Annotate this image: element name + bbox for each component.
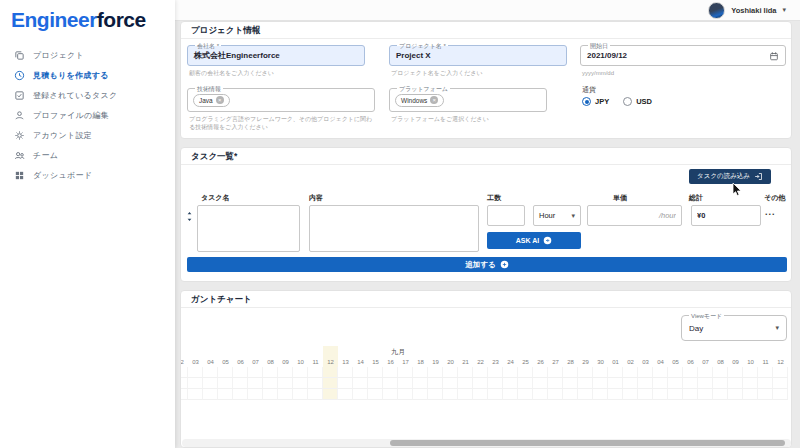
gantt-grid-cell xyxy=(683,367,698,378)
gantt-date-label: 11 xyxy=(758,357,773,367)
project-name-field[interactable]: プロジェクト名 * Project X xyxy=(389,45,567,66)
gantt-date-label: 06 xyxy=(233,357,248,367)
gantt-date-label: 12 xyxy=(323,357,338,367)
gantt-grid-cell xyxy=(578,367,593,378)
gantt-column: 09 xyxy=(728,346,743,400)
gantt-grid-cell xyxy=(188,389,203,400)
gantt-month-space xyxy=(563,346,578,357)
gantt-column: 25 xyxy=(518,346,533,400)
gantt-month-space xyxy=(203,346,218,357)
add-task-button[interactable]: 追加する xyxy=(187,257,787,272)
sidebar-item-4[interactable]: アカウント設定 xyxy=(0,125,175,145)
gantt-column: 15 xyxy=(368,346,383,400)
user-name[interactable]: Yoshiaki Iida xyxy=(731,6,776,15)
user-avatar[interactable] xyxy=(708,2,725,19)
platform-chip-remove-icon[interactable]: × xyxy=(430,96,438,104)
gantt-grid-cell xyxy=(428,378,443,389)
gantt-date-label: 11 xyxy=(308,357,323,367)
gantt-grid-cell xyxy=(638,378,653,389)
radio-jpy[interactable]: JPY xyxy=(582,97,609,106)
start-date-value: 2021/09/12 xyxy=(587,51,627,60)
view-mode-select[interactable]: Viewモード Day ▾ xyxy=(681,315,787,341)
sidebar-item-5[interactable]: チーム xyxy=(0,145,175,165)
column-header-description: 内容 xyxy=(309,193,323,203)
ask-ai-button[interactable]: ASK AI xyxy=(487,232,581,249)
account-settings-icon xyxy=(14,130,25,141)
tech-chip[interactable]: Java × xyxy=(193,94,230,107)
tech-info-label: 技術情報 xyxy=(195,85,223,93)
gantt-grid-cell xyxy=(428,389,443,400)
gantt-column: 23 xyxy=(488,346,503,400)
tech-info-field[interactable]: 技術情報 Java × xyxy=(187,88,375,112)
gantt-grid-cell xyxy=(728,367,743,378)
calendar-icon[interactable] xyxy=(769,47,779,65)
column-header-effort: 工数 xyxy=(487,193,501,203)
gantt-month-space xyxy=(548,346,563,357)
sidebar-item-6[interactable]: ダッシュボード xyxy=(0,165,175,185)
gantt-scrollbar[interactable] xyxy=(182,439,791,447)
gantt-timeline[interactable]: 0203040506070809101112131415161718192021… xyxy=(181,346,791,400)
gantt-grid-cell xyxy=(623,378,638,389)
tech-chip-remove-icon[interactable]: × xyxy=(216,96,224,104)
sidebar-item-label: 見積もりを作成する xyxy=(33,70,109,81)
gantt-grid-cell xyxy=(488,389,503,400)
radio-usd[interactable]: USD xyxy=(623,97,652,106)
gantt-column: 13 xyxy=(338,346,353,400)
sidebar-nav: プロジェクト見積もりを作成する登録されているタスクプロファイルの編集アカウント設… xyxy=(0,45,175,185)
gantt-date-label: 10 xyxy=(743,357,758,367)
gantt-grid-cell xyxy=(263,367,278,378)
project-name-value: Project X xyxy=(396,51,431,60)
gantt-scrollbar-thumb[interactable] xyxy=(390,440,785,446)
company-name-field[interactable]: 会社名 * 株式会社Engineerforce xyxy=(187,45,365,66)
radio-usd-dot-icon xyxy=(623,97,632,106)
row-drag-handle[interactable] xyxy=(185,208,195,226)
gantt-date-label: 24 xyxy=(503,357,518,367)
gantt-grid-cell xyxy=(458,378,473,389)
start-date-helper: yyyy/mm/dd xyxy=(582,69,614,77)
platform-chip[interactable]: Windows × xyxy=(395,94,444,107)
sidebar-item-label: プロファイルの編集 xyxy=(33,110,109,121)
gantt-date-label: 22 xyxy=(473,357,488,367)
gantt-grid-cell xyxy=(233,367,248,378)
gantt-grid-cell xyxy=(533,389,548,400)
gantt-column: 11 xyxy=(758,346,773,400)
gantt-grid-cell xyxy=(368,367,383,378)
gantt-column: 10 xyxy=(293,346,308,400)
gantt-grid-cell xyxy=(308,389,323,400)
effort-unit-select[interactable]: Hour ▾ xyxy=(533,205,581,226)
gantt-grid-cell xyxy=(743,389,758,400)
gantt-date-label: 15 xyxy=(368,357,383,367)
total-input[interactable] xyxy=(691,205,761,226)
gantt-date-label: 17 xyxy=(398,357,413,367)
gantt-grid-cell xyxy=(758,367,773,378)
gantt-column: 24 xyxy=(503,346,518,400)
platform-field[interactable]: プラットフォーム Windows × xyxy=(389,88,547,112)
projects-icon xyxy=(14,50,25,61)
gantt-grid-cell xyxy=(428,367,443,378)
app-logo[interactable]: Engineerforce xyxy=(0,0,175,32)
row-more-menu[interactable]: ... xyxy=(765,207,776,217)
gantt-grid-cell xyxy=(233,389,248,400)
start-date-field[interactable]: 開始日 2021/09/12 xyxy=(580,45,786,66)
user-menu-caret-icon[interactable]: ▾ xyxy=(782,6,786,14)
gantt-grid-cell xyxy=(323,378,338,389)
task-description-input[interactable] xyxy=(309,205,479,252)
unit-price-input[interactable] xyxy=(587,205,682,226)
gantt-grid-cell xyxy=(593,378,608,389)
gantt-grid-cell xyxy=(248,367,263,378)
gantt-grid-cell xyxy=(308,378,323,389)
sidebar-item-0[interactable]: プロジェクト xyxy=(0,45,175,65)
sidebar-item-3[interactable]: プロファイルの編集 xyxy=(0,105,175,125)
gantt-grid-cell xyxy=(368,378,383,389)
gantt-grid-cell xyxy=(338,367,353,378)
effort-input[interactable] xyxy=(487,205,525,226)
sidebar-item-2[interactable]: 登録されているタスク xyxy=(0,85,175,105)
add-task-label: 追加する xyxy=(465,260,495,270)
gantt-month-space xyxy=(593,346,608,357)
load-tasks-button[interactable]: タスクの読み込み xyxy=(689,169,771,184)
gantt-month-space xyxy=(728,346,743,357)
gantt-grid-cell xyxy=(608,367,623,378)
task-name-input[interactable] xyxy=(197,205,300,252)
sidebar-item-1[interactable]: 見積もりを作成する xyxy=(0,65,175,85)
gantt-grid-cell xyxy=(278,378,293,389)
